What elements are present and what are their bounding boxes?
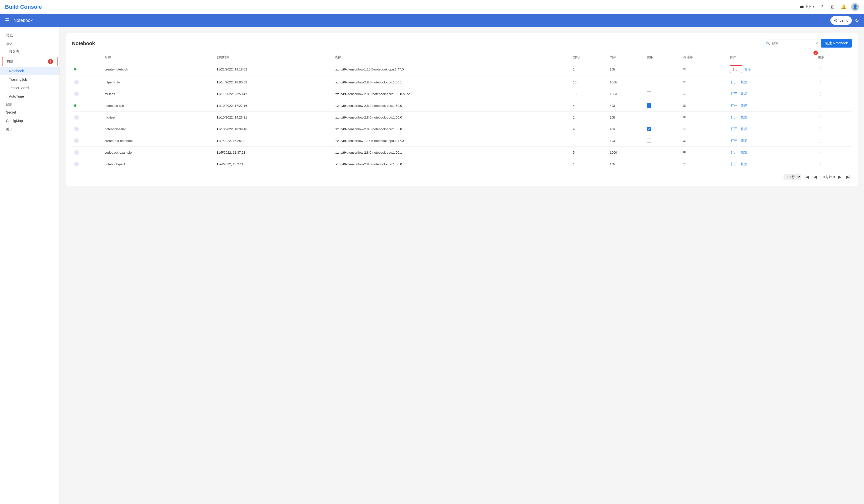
secondary-action-button[interactable]: 恢复 xyxy=(740,149,748,155)
image-cell: tsz.io/t9k/tensorflow-2.8.0-notebook-cpu… xyxy=(333,111,571,123)
ssh-cell xyxy=(645,88,681,100)
sidebar-item-autotune[interactable]: AutoTune xyxy=(0,92,60,100)
image-cell: tsz.io/t9k/tensorflow-2.8.0-notebook-cpu… xyxy=(333,76,571,88)
table-row: create-notebook11/21/2022, 19:18:02tsz.i… xyxy=(72,62,852,76)
open-button[interactable]: 打开 xyxy=(730,103,738,108)
prev-page-button[interactable]: ◀ xyxy=(812,174,818,180)
ssh-cell xyxy=(645,135,681,147)
page-size-select[interactable]: 10 行 20 行 50 行 xyxy=(783,174,801,180)
secondary-action-button[interactable]: 恢复 xyxy=(740,115,748,120)
refresh-button[interactable]: ↻ xyxy=(855,17,859,23)
apps-grid-icon[interactable]: ⊞ xyxy=(829,3,836,11)
sidebar-item-secret[interactable]: Secret xyxy=(0,108,60,117)
status-cell: ⏸ xyxy=(72,158,103,170)
open-button[interactable]: 打开 xyxy=(730,91,738,97)
secondary-action-button[interactable]: 恢复 xyxy=(740,91,748,97)
status-cell: ⏸ xyxy=(72,147,103,158)
create-notebook-button[interactable]: 创建 Notebook xyxy=(821,39,852,48)
more-cell: ⋮ xyxy=(816,111,852,123)
more-menu-button[interactable]: ⋮ xyxy=(818,67,823,72)
open-button[interactable]: 打开 xyxy=(730,149,738,155)
more-menu-button[interactable]: ⋮ xyxy=(818,103,823,108)
more-cell: ⋮ xyxy=(816,76,852,88)
cpu-cell: 10 xyxy=(571,76,608,88)
pagination: 10 行 20 行 50 行 |◀ ◀ 1-9 总计 9 ▶ ▶| xyxy=(72,174,852,180)
search-input[interactable] xyxy=(772,41,815,45)
sidebar-item-tensorboard[interactable]: TensorBoard xyxy=(0,84,60,92)
status-dot-paused: ⏸ xyxy=(74,138,79,143)
more-cell: ⋮ xyxy=(816,100,852,111)
sidebar-item-training-job[interactable]: TrainingJob xyxy=(0,75,60,84)
secondary-action-button[interactable]: 暂停 xyxy=(740,103,748,108)
secondary-action-button[interactable]: 恢复 xyxy=(740,138,748,143)
sidebar-item-configmap[interactable]: ConfigMap xyxy=(0,117,60,125)
secondary-action-button[interactable]: 恢复 xyxy=(740,126,748,132)
status-cell: ⏸ xyxy=(72,88,103,100)
sidebar-section-auxiliary: 辅助 xyxy=(0,100,60,108)
more-menu-button[interactable]: ⋮ xyxy=(818,80,823,85)
storage-cell: ≡ xyxy=(681,135,728,147)
user-badge-icon: ⊙ xyxy=(834,18,838,23)
help-icon[interactable]: ? xyxy=(818,3,825,11)
chevron-down-icon: ▾ xyxy=(813,5,814,9)
storage-cell: ≡ xyxy=(681,88,728,100)
more-menu-button[interactable]: ⋮ xyxy=(818,126,823,132)
ssh-cell: ✓ xyxy=(645,100,681,111)
col-status xyxy=(72,52,103,62)
open-button[interactable]: 打开 xyxy=(730,161,738,167)
open-button[interactable]: 打开 xyxy=(730,80,738,85)
sidebar-item-about[interactable]: 关于 xyxy=(0,125,60,134)
table-row: ⏸hfc-test11/10/2022, 14:23:31tsz.io/t9k/… xyxy=(72,111,852,123)
open-button[interactable]: 打开 xyxy=(732,67,740,72)
memory-cell: 1Gi xyxy=(608,135,645,147)
created-cell: 11/10/2022, 14:23:31 xyxy=(215,111,333,123)
name-cell: notebook-pack xyxy=(103,158,215,170)
sidebar-item-overview[interactable]: 总览 xyxy=(0,31,60,40)
open-button[interactable]: 打开 xyxy=(730,126,738,132)
open-button[interactable]: 打开 xyxy=(730,138,738,143)
user-badge[interactable]: ⊙ demo xyxy=(830,16,852,25)
search-box[interactable]: 🔍 ✕ xyxy=(763,39,818,47)
created-cell: 11/4/2022, 18:27:16 xyxy=(215,158,333,170)
storage-cell: ≡ xyxy=(681,76,728,88)
action-cell: 打开 恢复 xyxy=(728,111,816,123)
name-cell: notebook-ssh-1 xyxy=(103,123,215,135)
cpu-cell: 1 xyxy=(571,135,608,147)
more-menu-button[interactable]: ⋮ xyxy=(818,161,823,167)
created-cell: 11/21/2022, 19:18:02 xyxy=(215,62,333,76)
sub-nav-title: Notebook xyxy=(13,18,830,23)
memory-cell: 4Gi xyxy=(608,123,645,135)
more-menu-button[interactable]: ⋮ xyxy=(818,149,823,155)
secondary-action-button[interactable]: 恢复 xyxy=(740,80,748,85)
lang-switcher[interactable]: ⇌ 中文 ▾ xyxy=(800,4,814,10)
sidebar-item-notebook[interactable]: Notebook xyxy=(0,67,60,75)
next-page-button[interactable]: ▶ xyxy=(837,174,843,180)
secondary-action-button[interactable]: 暂停 xyxy=(743,67,752,72)
col-created[interactable]: 创建时间 ↓ xyxy=(215,52,333,62)
user-avatar[interactable]: 👤 xyxy=(851,3,859,11)
menu-icon[interactable]: ☰ xyxy=(5,17,10,23)
notifications-icon[interactable]: 🔔 xyxy=(840,3,847,11)
memory-cell: 4Gi xyxy=(608,100,645,111)
more-menu-button[interactable]: ⋮ xyxy=(818,115,823,120)
table-row: ⏸mlperf-mlw11/14/2022, 18:00:52tsz.io/t9… xyxy=(72,76,852,88)
search-icon: 🔍 xyxy=(766,41,770,45)
status-cell: ⏸ xyxy=(72,76,103,88)
ssh-unchecked-icon xyxy=(647,161,651,166)
secondary-action-button[interactable]: 恢复 xyxy=(740,161,748,167)
ssh-cell: ✓ xyxy=(645,123,681,135)
sidebar-item-persistent-volume[interactable]: 持久卷 xyxy=(0,47,60,56)
sidebar-item-build[interactable]: 构建 1 xyxy=(2,57,58,66)
more-menu-button[interactable]: ⋮ xyxy=(818,138,823,143)
created-cell: 11/11/2022, 23:50:47 xyxy=(215,88,333,100)
first-page-button[interactable]: |◀ xyxy=(803,174,810,180)
build-badge: 1 xyxy=(48,59,53,64)
more-cell: ⋮ xyxy=(816,158,852,170)
open-button[interactable]: 打开 xyxy=(730,115,738,120)
search-clear-icon[interactable]: ✕ xyxy=(815,41,818,45)
col-name: 名称 xyxy=(103,52,215,62)
more-menu-button[interactable]: ⋮ xyxy=(818,91,823,97)
last-page-button[interactable]: ▶| xyxy=(845,174,852,180)
page-header: Notebook 🔍 ✕ 创建 Notebook xyxy=(72,39,852,48)
name-cell: notebook-ssh xyxy=(103,100,215,111)
